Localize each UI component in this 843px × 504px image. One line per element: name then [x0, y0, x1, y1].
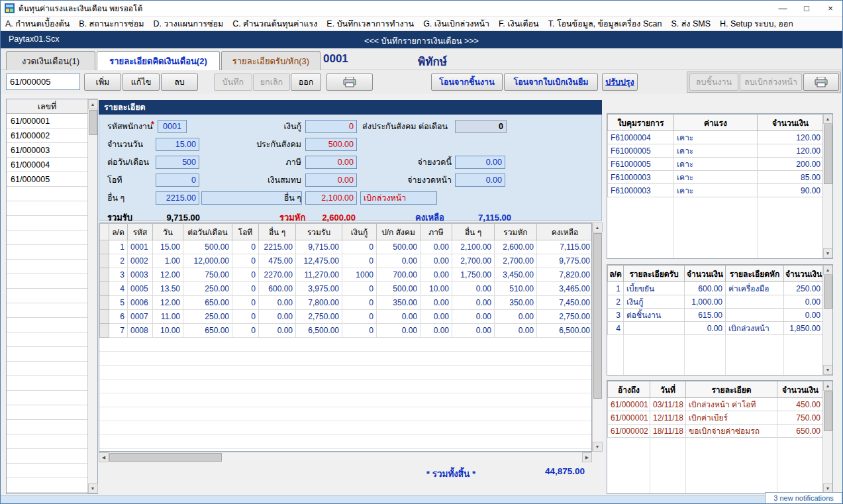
- doc-list-item[interactable]: 61/000001: [7, 114, 87, 128]
- social-monthly-field[interactable]: 0: [455, 120, 507, 133]
- days-field[interactable]: 15.00: [156, 138, 199, 151]
- menu-item[interactable]: H. Setup ระบบ, ออก: [715, 17, 798, 30]
- menu-item[interactable]: E. บันทึกเวลาการทำงาน: [322, 17, 419, 30]
- detail-column-header[interactable]: รายละเอียดรับ: [624, 266, 685, 282]
- print-button[interactable]: [326, 74, 373, 91]
- transfer-from-job-button[interactable]: โอนจากชิ้นงาน: [431, 74, 503, 91]
- tax-field[interactable]: 0.00: [305, 156, 357, 169]
- advance-table-row[interactable]: 61/000002 18/11/18 ขอเบิกจ่ายค่าซ่อมรถ 6…: [608, 425, 824, 438]
- advance-table-row[interactable]: 61/000001 03/11/18 เบิกล่วงหน้า ค่าโอที …: [608, 398, 824, 411]
- scroll-left-icon[interactable]: ◀: [99, 452, 109, 462]
- tab-pay-period[interactable]: งวดเงินเดือน(1): [6, 51, 95, 70]
- advance-column-header[interactable]: วันที่: [650, 381, 686, 398]
- scroll-right-icon[interactable]: ▶: [582, 452, 592, 462]
- edit-button[interactable]: แก้ไข: [123, 74, 160, 91]
- grid-horizontal-scrollbar[interactable]: ◀ ▶: [99, 452, 592, 462]
- grid-column-header[interactable]: ภาษี: [421, 224, 452, 240]
- grid-column-header[interactable]: รวมรับ: [296, 224, 342, 240]
- pay-this-field[interactable]: 0.00: [455, 156, 505, 169]
- grid-column-header[interactable]: ต่อวัน/เดือน: [183, 224, 232, 240]
- detail-table-row[interactable]: 2 เงินกู้ 1,000.00 0.00: [608, 295, 824, 309]
- job-table-row[interactable]: F61000003 เคาะ 90.00: [608, 184, 824, 197]
- other-income-field[interactable]: 2215.00: [156, 191, 199, 205]
- grid-row[interactable]: 2 0002 1.00 12,000.00 0 475.00 12,475.00…: [100, 254, 593, 268]
- detail-table-scrollbar[interactable]: ▲ ▼: [822, 265, 832, 375]
- scrollbar-thumb[interactable]: [824, 391, 832, 431]
- advance-column-header[interactable]: จำนวนเงิน: [777, 381, 824, 398]
- scroll-down-icon[interactable]: ▼: [88, 483, 98, 493]
- menu-item[interactable]: F. เงินเดือน: [494, 17, 544, 30]
- scroll-up-icon[interactable]: ▲: [823, 265, 833, 275]
- grid-column-header[interactable]: โอที: [232, 224, 259, 240]
- add-button[interactable]: เพิ่ม: [84, 74, 121, 91]
- grid-row[interactable]: 6 0007 11.00 250.00 0 0.00 2,750.00 0 0.…: [100, 310, 593, 324]
- contribution-field[interactable]: 0.00: [305, 174, 357, 187]
- menu-item[interactable]: B. สถานะการซ่อม: [74, 17, 148, 30]
- grid-column-header[interactable]: อื่น ๆ: [452, 224, 495, 240]
- detail-table-row[interactable]: 4 0.00 เบิกล่วงหน้า 1,850.00: [608, 322, 824, 335]
- grid-column-header[interactable]: คงเหลือ: [537, 224, 593, 240]
- detail-table-row[interactable]: 1 เบี้ยขยัน 600.00 ค่าเครื่องมือ 250.00: [608, 282, 824, 295]
- grid-row[interactable]: 1 0001 15.00 500.00 0 2215.00 9,715.00 0…: [100, 240, 593, 254]
- update-button[interactable]: ปรับปรุง: [602, 74, 638, 91]
- grid-row[interactable]: 4 0005 13.50 250.00 0 600.00 3,975.00 0 …: [100, 282, 593, 296]
- job-table-row[interactable]: F61000005 เคาะ 120.00: [608, 144, 824, 158]
- doc-list-item[interactable]: 61/000004: [7, 158, 87, 172]
- detail-column-header[interactable]: ล/ด: [608, 266, 624, 282]
- print-button-2[interactable]: [803, 74, 839, 91]
- job-table-row[interactable]: F61000004 เคาะ 120.00: [608, 131, 824, 144]
- scrollbar-thumb[interactable]: [824, 276, 832, 309]
- doc-list-scrollbar[interactable]: ▲ ▼: [87, 99, 97, 493]
- scroll-down-icon[interactable]: ▼: [823, 365, 833, 375]
- advance-table-row[interactable]: 61/000001 12/11/18 เบิกค่าเบียร์ 750.00: [608, 411, 824, 425]
- tab-receive-deduct[interactable]: รายละเอียดรับ/หัก(3): [221, 51, 321, 70]
- close-icon[interactable]: ×: [818, 1, 842, 16]
- advance-column-header[interactable]: รายละเอียด: [686, 381, 777, 398]
- social-field[interactable]: 500.00: [305, 138, 357, 151]
- rate-field[interactable]: 500: [156, 156, 199, 169]
- job-column-header[interactable]: ค่าแรง: [674, 115, 758, 131]
- doc-list-item[interactable]: 61/000003: [7, 143, 87, 158]
- doc-list-item[interactable]: 61/000002: [7, 128, 87, 143]
- job-table-row[interactable]: F61000003 เคาะ 85.00: [608, 171, 824, 184]
- menu-item[interactable]: D. วางแผนการซ่อม: [149, 17, 228, 30]
- scroll-up-icon[interactable]: ▲: [823, 114, 833, 124]
- advance-column-header[interactable]: อ้างถึง: [608, 381, 650, 398]
- grid-column-header[interactable]: วัน: [153, 224, 183, 240]
- scrollbar-thumb[interactable]: [109, 453, 222, 462]
- scroll-down-icon[interactable]: ▼: [823, 248, 833, 258]
- menu-item[interactable]: G. เงินเบิกล่วงหน้า: [419, 17, 494, 30]
- pay-next-field[interactable]: 0.00: [455, 174, 505, 187]
- scroll-up-icon[interactable]: ▲: [823, 381, 833, 391]
- advance-table-scrollbar[interactable]: ▲ ▼: [822, 381, 832, 493]
- grid-column-header[interactable]: ป/ก สังคม: [377, 224, 421, 240]
- detail-table-row[interactable]: 3 ต่อชิ้นงาน 615.00 0.00: [608, 309, 824, 322]
- detail-column-header[interactable]: จำนวนเงิน: [685, 266, 726, 282]
- minimize-icon[interactable]: —: [771, 1, 795, 16]
- maximize-icon[interactable]: □: [795, 1, 818, 16]
- scrollbar-thumb[interactable]: [89, 110, 97, 135]
- menu-item[interactable]: A. กำหนดเบื้องต้น: [1, 17, 74, 30]
- other-deduct-note-field[interactable]: เบิกล่วงหน้า: [360, 191, 437, 205]
- job-column-header[interactable]: จำนวนเงิน: [758, 115, 824, 131]
- menu-item[interactable]: T. โอนข้อมูล, ข้อมูลเครื่อง Scan: [544, 17, 667, 30]
- scrollbar-thumb[interactable]: [593, 233, 602, 399]
- loan-field[interactable]: 0: [305, 120, 357, 133]
- grid-row[interactable]: 5 0006 12.00 650.00 0 0.00 7,800.00 0 35…: [100, 296, 593, 310]
- job-table-row[interactable]: F61000005 เคาะ 200.00: [608, 158, 824, 171]
- notification-badge[interactable]: 3 new notifications: [765, 492, 842, 504]
- scroll-down-icon[interactable]: ▼: [593, 442, 603, 452]
- exit-button[interactable]: ออก: [291, 74, 321, 91]
- scroll-up-icon[interactable]: ▲: [593, 223, 603, 232]
- delete-button[interactable]: ลบ: [161, 74, 198, 91]
- ot-field[interactable]: 0: [156, 174, 199, 187]
- grid-column-header[interactable]: รวมหัก: [495, 224, 537, 240]
- job-column-header[interactable]: ใบคุมรายการ: [608, 115, 674, 131]
- job-table-scrollbar[interactable]: ▲ ▼: [822, 114, 832, 258]
- grid-column-header[interactable]: เงินกู้: [342, 224, 377, 240]
- employee-code-field[interactable]: 0001: [158, 120, 187, 133]
- other-deduct-field[interactable]: 2,100.00: [305, 191, 357, 205]
- grid-vertical-scrollbar[interactable]: ▲ ▼: [592, 223, 602, 452]
- menu-item[interactable]: C. คำนวณต้นทุนค่าแรง: [228, 17, 322, 30]
- grid-column-header[interactable]: อื่น ๆ: [259, 224, 296, 240]
